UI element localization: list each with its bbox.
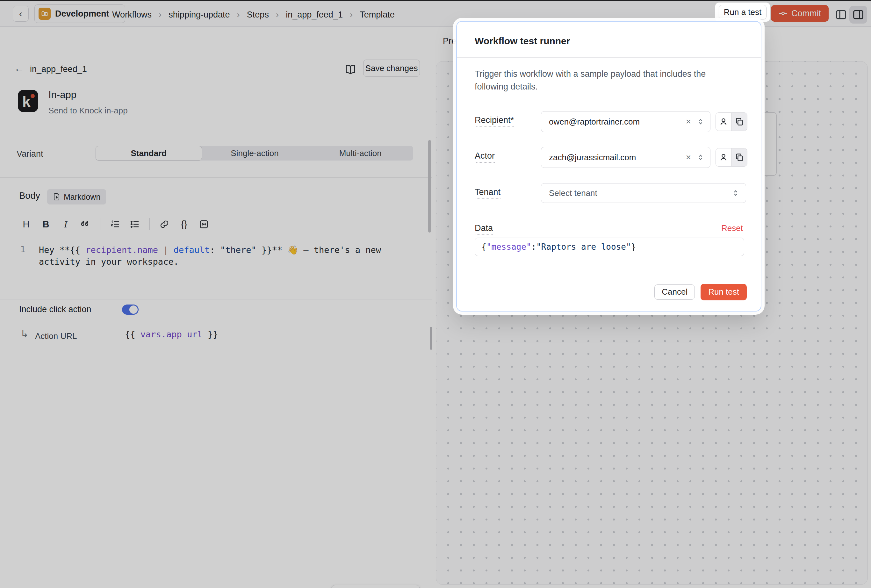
tenant-select[interactable]: Select tenant (541, 183, 746, 203)
workflow-test-runner-modal: Workflow test runner Trigger this workfl… (456, 21, 762, 311)
modal-title: Workflow test runner (475, 36, 570, 46)
modal-divider (457, 57, 761, 58)
modal-description: Trigger this workflow with a sample payl… (475, 67, 730, 93)
recipient-label: Recipient* (475, 115, 514, 125)
run-a-test-button[interactable]: Run a test (719, 5, 766, 19)
view-user-button[interactable] (716, 113, 732, 130)
data-label: Data (475, 223, 493, 233)
copy-recipient-button[interactable] (732, 113, 747, 130)
actor-actions (715, 148, 747, 167)
recipient-combobox[interactable]: × (541, 111, 711, 132)
json-token: : (531, 242, 536, 251)
actor-combobox[interactable]: × (541, 147, 711, 168)
chevron-up-down-icon[interactable] (694, 154, 704, 161)
tenant-label: Tenant (475, 187, 500, 197)
clear-icon[interactable]: × (683, 152, 694, 162)
copy-actor-button[interactable] (732, 148, 747, 166)
actor-label: Actor (475, 151, 495, 161)
run-a-test-label: Run a test (724, 7, 762, 17)
actor-input[interactable] (549, 153, 683, 162)
json-token: "Raptors are loose" (536, 242, 631, 251)
recipient-actions (715, 112, 747, 131)
json-token: "message" (486, 242, 531, 251)
chevron-up-down-icon[interactable] (694, 118, 704, 126)
tenant-placeholder: Select tenant (549, 188, 597, 198)
recipient-input[interactable] (549, 117, 683, 127)
run-test-label: Run test (708, 287, 739, 297)
run-a-test-spotlight: Run a test (715, 3, 770, 22)
modal-footer: Cancel Run test (457, 272, 761, 311)
cancel-label: Cancel (662, 287, 687, 297)
chevron-up-down-icon (732, 189, 739, 197)
json-token: { (481, 242, 486, 251)
clear-icon[interactable]: × (683, 117, 694, 127)
cancel-button[interactable]: Cancel (654, 284, 695, 300)
reset-data-link[interactable]: Reset (721, 223, 743, 233)
data-json-input[interactable]: {"message": "Raptors are loose"} (475, 238, 744, 256)
json-token: } (631, 242, 636, 251)
view-user-button[interactable] (716, 148, 732, 166)
run-test-button[interactable]: Run test (700, 284, 747, 300)
